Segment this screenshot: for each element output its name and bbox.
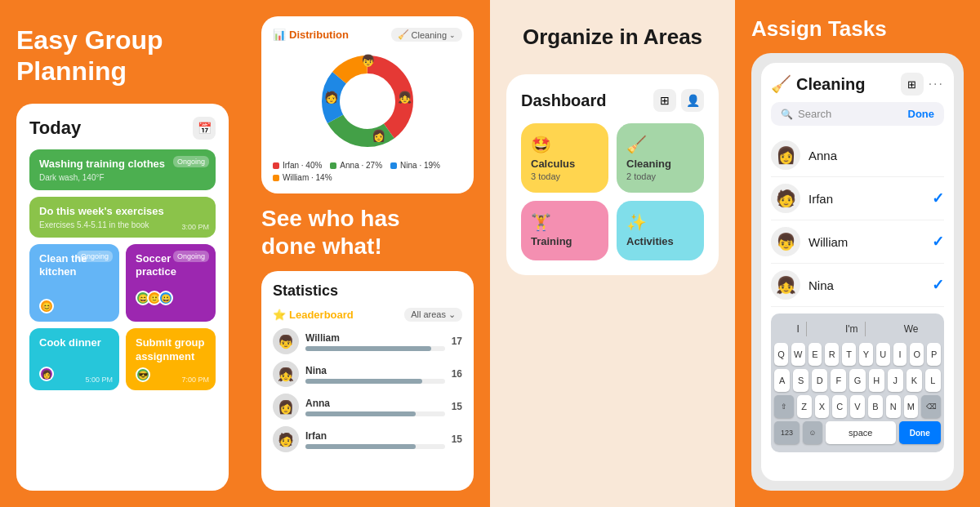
assign-phone: 🧹 Cleaning ⊞ ··· 🔍 Search Done 👩 Anna 🧑 xyxy=(751,53,964,491)
backspace-key[interactable]: ⌫ xyxy=(921,395,941,418)
key-e[interactable]: E xyxy=(808,343,822,366)
done-button[interactable]: Done xyxy=(908,108,935,120)
task-item[interactable]: Clean the kitchen Ongoing 😊 xyxy=(29,244,119,322)
task-item[interactable]: Submit group assignment 😎 7:00 PM xyxy=(126,328,216,390)
avatar-icon[interactable]: 👤 xyxy=(681,89,704,112)
key-x[interactable]: X xyxy=(815,395,830,418)
panel-organize-areas: Organize in Areas Dashboard ⊞ 👤 🤩 Calcul… xyxy=(490,0,735,507)
area-tile-calculus[interactable]: 🤩 Calculus 3 today xyxy=(521,123,608,193)
task-time: 3:00 PM xyxy=(181,223,209,231)
key-d[interactable]: D xyxy=(812,369,827,392)
area-tile-training[interactable]: 🏋️ Training xyxy=(521,201,608,260)
key-b[interactable]: B xyxy=(868,395,883,418)
donut-chart: 👦 👧 👩 🧑 xyxy=(273,48,462,154)
task-item[interactable]: Soccer practice Ongoing 😄 🙂 😀 xyxy=(126,244,216,322)
task-item[interactable]: Do this week's exercises Exercises 5.4-5… xyxy=(29,197,216,238)
autocomplete-i[interactable]: I xyxy=(791,322,807,336)
search-input[interactable]: Search xyxy=(798,108,903,120)
area-name: Training xyxy=(531,235,572,247)
person-row-irfan[interactable]: 🧑 Irfan ✓ xyxy=(771,177,944,220)
lb-info-anna: Anna xyxy=(305,398,445,416)
donut-header: 📊 Distribution 🧹 Cleaning ⌄ xyxy=(273,28,462,42)
key-h[interactable]: H xyxy=(869,369,884,392)
person-row-anna[interactable]: 👩 Anna xyxy=(771,134,944,177)
areas-filter-button[interactable]: All areas ⌄ xyxy=(404,308,462,322)
assign-task-title: 🧹 Cleaning xyxy=(771,74,865,94)
key-c[interactable]: C xyxy=(832,395,847,418)
key-w[interactable]: W xyxy=(791,343,805,366)
keyboard-row-2: A S D F G H J K L xyxy=(774,369,941,392)
key-j[interactable]: J xyxy=(888,369,903,392)
keyboard: I I'm We Q W E R T Y U I O P A xyxy=(771,314,944,452)
task-time: 7:00 PM xyxy=(181,376,209,384)
task-item[interactable]: Washing training clothes Dark wash, 140°… xyxy=(29,149,216,190)
task-sub: Dark wash, 140°F xyxy=(39,173,206,182)
calendar-icon[interactable]: 📅 xyxy=(193,117,216,140)
panel1-title: Easy GroupPlanning xyxy=(16,24,229,87)
avatar-anna: 👩 xyxy=(273,394,299,420)
key-t[interactable]: T xyxy=(842,343,856,366)
autocomplete-row: I I'm We xyxy=(774,318,941,340)
area-tile-cleaning[interactable]: 🧹 Cleaning 2 today xyxy=(617,123,704,193)
legend-irfan: Irfan · 40% xyxy=(273,161,322,170)
autocomplete-im[interactable]: I'm xyxy=(839,322,866,336)
person-row-william[interactable]: 👦 William ✓ xyxy=(771,220,944,264)
key-i[interactable]: I xyxy=(893,343,907,366)
return-key[interactable]: Done xyxy=(899,421,941,444)
checkmark-nina: ✓ xyxy=(932,276,944,294)
lb-info-william: William xyxy=(305,332,445,351)
avatar-irfan: 🧑 xyxy=(771,184,800,213)
key-u[interactable]: U xyxy=(876,343,890,366)
person-name-anna: Anna xyxy=(808,149,944,162)
area-emoji: 🧹 xyxy=(626,135,647,154)
avatar: 😊 xyxy=(39,299,54,314)
svg-text:👩: 👩 xyxy=(372,129,386,143)
shift-key[interactable]: ⇧ xyxy=(774,395,794,418)
grid-icon[interactable]: ⊞ xyxy=(653,89,676,112)
area-tile-activities[interactable]: ✨ Activities xyxy=(617,201,704,260)
svg-text:👧: 👧 xyxy=(398,91,412,105)
more-options-icon[interactable]: ··· xyxy=(929,77,944,91)
search-icon: 🔍 xyxy=(781,109,793,120)
key-f[interactable]: F xyxy=(831,369,846,392)
dashboard-title: Dashboard xyxy=(521,91,606,110)
cleaning-badge[interactable]: 🧹 Cleaning ⌄ xyxy=(391,28,462,42)
key-k[interactable]: K xyxy=(906,369,922,392)
autocomplete-we[interactable]: We xyxy=(898,322,925,336)
key-m[interactable]: M xyxy=(904,395,919,418)
panel-assign-tasks: Assign Tasks 🧹 Cleaning ⊞ ··· 🔍 Search D… xyxy=(735,0,980,507)
area-emoji: 🤩 xyxy=(531,135,551,154)
area-name: Activities xyxy=(626,235,674,247)
key-z[interactable]: Z xyxy=(797,395,812,418)
task-sub: Exercises 5.4-5.11 in the book xyxy=(39,220,206,229)
dashboard-icons: ⊞ 👤 xyxy=(653,89,704,112)
today-label: Today xyxy=(29,118,81,139)
avatar-nina: 👧 xyxy=(771,270,800,300)
key-q[interactable]: Q xyxy=(774,343,788,366)
avatar: 👩 xyxy=(39,367,54,381)
key-y[interactable]: Y xyxy=(859,343,873,366)
person-row-nina[interactable]: 👧 Nina ✓ xyxy=(771,264,944,307)
area-count: 3 today xyxy=(531,171,560,181)
key-g[interactable]: G xyxy=(849,369,865,392)
key-o[interactable]: O xyxy=(910,343,924,366)
key-a[interactable]: A xyxy=(774,369,790,392)
key-n[interactable]: N xyxy=(886,395,901,418)
emoji-key[interactable]: ☺ xyxy=(803,421,822,444)
key-v[interactable]: V xyxy=(850,395,865,418)
key-r[interactable]: R xyxy=(825,343,839,366)
avatar: 😀 xyxy=(158,291,173,305)
key-s[interactable]: S xyxy=(793,369,808,392)
key-p[interactable]: P xyxy=(927,343,941,366)
search-bar[interactable]: 🔍 Search Done xyxy=(771,102,944,126)
share-icon[interactable]: ⊞ xyxy=(901,73,924,96)
space-key[interactable]: space xyxy=(826,421,896,444)
stats-card: Statistics ⭐ Leaderboard All areas ⌄ 👦 W… xyxy=(261,271,474,491)
area-name: Calculus xyxy=(531,158,575,170)
dashboard-header: Dashboard ⊞ 👤 xyxy=(521,89,704,112)
lb-bar xyxy=(305,411,416,416)
numbers-key[interactable]: 123 xyxy=(774,421,800,444)
key-l[interactable]: L xyxy=(925,369,941,392)
tasks-row-2: Cook dinner 👩 5:00 PM Submit group assig… xyxy=(29,328,216,390)
task-item[interactable]: Cook dinner 👩 5:00 PM xyxy=(29,328,119,390)
